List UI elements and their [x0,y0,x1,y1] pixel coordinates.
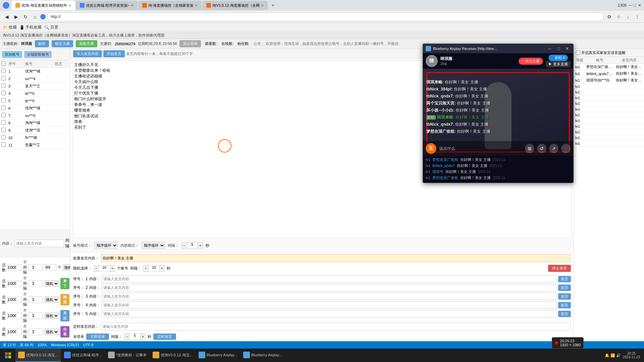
interval-input-1[interactable] [28,280,43,287]
comment-send-btn-3[interactable]: 发言 [558,293,571,300]
comment-input-1[interactable] [102,275,557,283]
total-input-2[interactable] [7,296,22,303]
mode-select-4[interactable]: 随机 [44,328,59,335]
row-checkbox[interactable] [1,128,6,132]
row-checkbox[interactable] [1,113,6,117]
row-checkbox[interactable] [1,135,6,139]
import-button[interactable]: 导入发言内容 [73,50,102,57]
taskbar-app-1[interactable]: 优优云商城·程序... [61,349,105,362]
comment-input-3[interactable] [102,293,557,300]
table-row[interactable]: 7 ou***0 [0,112,70,119]
random-plus-btn[interactable]: + [110,265,115,272]
total-input-3[interactable] [7,312,22,319]
lock-button[interactable]: 锁定主播 [52,40,73,47]
stop-button[interactable]: 停止发言 [548,265,571,272]
row-checkbox[interactable] [1,106,6,110]
batch-input[interactable] [101,254,571,262]
random-minus-btn[interactable]: − [94,265,99,272]
taskbar-app-0[interactable]: 优淘V3.0.12-淘宝... [15,349,61,362]
select-all-checkbox[interactable] [1,61,6,66]
grid-btn[interactable]: ⊞ [525,144,534,153]
random-interval-plus-btn[interactable]: + [159,265,165,272]
taskbar-app-3[interactable]: 优淘V3.0.12-淘宝... [150,349,195,362]
row-checkbox[interactable] [1,76,6,80]
tab-3-close[interactable]: ✕ [195,4,198,7]
mode-select-1[interactable]: 随机 [44,280,59,287]
downloads-btn[interactable]: ↓ [624,13,632,21]
minimize-btn[interactable]: ─ [629,3,632,8]
popup-close-btn[interactable]: ✕ [564,45,571,52]
mode-select-3[interactable]: 随机 [44,312,59,319]
tab-2[interactable]: 优优云商城·程序开发资源~ ✕ [76,1,138,10]
total-input-0[interactable] [7,264,22,271]
bookmark-1[interactable]: 📁 收藏 [3,24,17,30]
action-btn-购买[interactable]: 购买 [60,294,69,305]
tab-1[interactable]: 优淘-淘宝直播互动营销软件 ✕ [11,1,75,10]
cloud-get-button[interactable]: 云端获取账号 [24,51,52,58]
logout-button[interactable]: 退出登录 [179,40,201,47]
new-fans-button[interactable]: 新粉 0 [548,55,568,61]
rotate-btn[interactable]: ↺ [537,144,546,153]
table-row[interactable]: 11 意赢***工 [0,141,70,149]
taskbar-app-4[interactable]: Blueberry Airplay... [196,349,240,362]
interval-input-4[interactable] [28,328,43,335]
table-row[interactable]: 9 优淘***流 [0,127,70,134]
timed-interval-plus-btn[interactable]: + [140,333,146,340]
popup-minimize-btn[interactable]: ─ [546,45,553,52]
taskbar-app-5[interactable]: Blueberry Airplay... [240,349,285,362]
bookmark-3[interactable]: 🔍 百度 [44,24,58,30]
table-row[interactable]: 4 tb***0 [0,90,70,97]
extensions-btn[interactable]: ⚙ [605,13,613,21]
table-row[interactable]: 3 蓝天***之 [0,82,70,90]
taskbar-app-2[interactable]: *使用教程 - 记事本 [105,349,149,362]
content-mode-select[interactable]: 顺序循环 [142,242,165,249]
refresh-button[interactable]: 刷新开播 [76,40,97,47]
interval-input-2[interactable] [28,296,43,303]
total-input-1[interactable] [7,280,22,287]
maximize-btn[interactable]: □ [634,3,636,8]
start-broadcast-button[interactable]: 开始发言 [103,50,125,57]
tab-1-close[interactable]: ✕ [68,4,71,7]
tab-3[interactable]: 淘·海直播场控（全独家首发 ✕ [138,1,202,10]
tab-4-close[interactable]: ✕ [261,4,264,7]
row-checkbox[interactable] [1,142,6,147]
follow-streamer-button[interactable]: + 关注主播 [519,58,543,65]
add-account-button[interactable]: 添加账号 [2,51,22,58]
back-btn[interactable]: ◀ [3,13,11,21]
close-btn[interactable]: ✕ [638,3,641,8]
popup-maximize-btn[interactable]: □ [555,45,562,52]
table-row[interactable]: 8 淘淘***城 [0,119,70,127]
row-checkbox[interactable] [1,69,6,73]
row-checkbox[interactable] [1,91,6,95]
star-btn[interactable]: ☆ [614,13,623,21]
comment-input-2[interactable] [102,284,557,291]
interval-plus-btn[interactable]: + [198,242,203,249]
timed-content-input[interactable] [101,322,571,330]
more-btn[interactable]: ⋮ [633,13,641,21]
interval-input-0[interactable] [28,264,43,271]
table-row[interactable]: 1 优淘***城 [0,68,70,75]
voice-reminder-checkbox[interactable] [576,51,580,55]
action-btn-关注[interactable]: 关注 [60,310,69,321]
address-bar[interactable]: http:// [47,12,604,21]
tab-2-close[interactable]: ✕ [131,4,133,7]
row-checkbox[interactable] [1,98,6,103]
comment-send-btn-2[interactable]: 发言 [558,285,571,291]
like-btn[interactable]: ♡ [561,144,571,153]
login-button[interactable]: 立即登录 [86,334,109,340]
action-btn-分享[interactable]: 分享 [60,326,69,338]
table-row[interactable]: 6 优淘***城 [0,105,70,112]
account-mode-select[interactable]: 顺序循环 [94,242,118,249]
home-btn[interactable]: ⌂ [31,13,39,21]
table-row[interactable]: 2 ou***4 [0,75,70,82]
timed-send-button[interactable]: 定时发言 [153,334,176,340]
interval-minus-btn[interactable]: − [181,242,187,249]
comment-input-4[interactable] [102,301,557,309]
row-checkbox[interactable] [1,120,6,125]
forward-btn[interactable]: ▶ [12,13,20,21]
bookmark-2[interactable]: 📱 手机收藏 [19,24,42,30]
timed-interval-minus-btn[interactable]: − [124,333,129,340]
random-interval-minus-btn[interactable]: − [143,265,149,272]
speed-input-0[interactable] [44,264,56,271]
refresh-btn[interactable]: ↻ [21,13,30,21]
